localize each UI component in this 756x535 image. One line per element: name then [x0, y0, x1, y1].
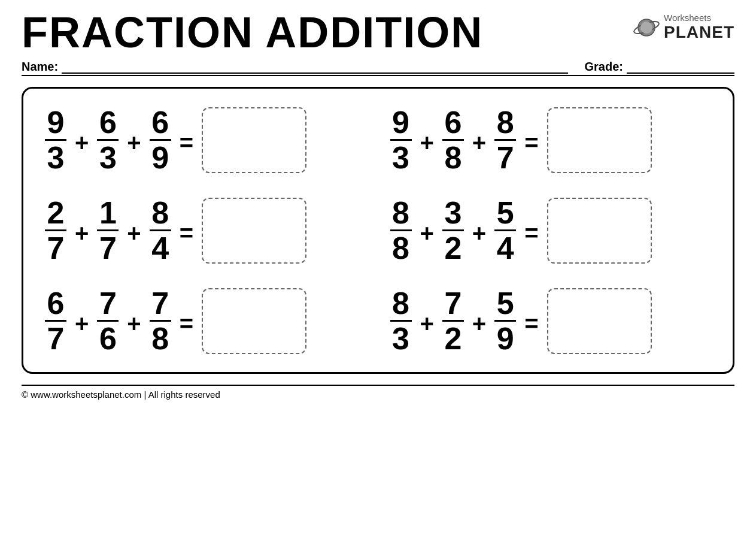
name-line: [62, 61, 567, 74]
page: FRACTION ADDITION Worksheets PLANET Name…: [0, 0, 756, 535]
fraction-r2-3: 5 4: [494, 197, 516, 264]
fraction-r3-1: 8 3: [390, 288, 412, 354]
answer-box-3-left[interactable]: [202, 288, 306, 354]
planet-icon: [633, 14, 660, 41]
logo-text: Worksheets PLANET: [664, 13, 734, 41]
logo-container: Worksheets PLANET: [633, 13, 734, 41]
fraction-2-2: 1 7: [97, 197, 119, 264]
logo-area: Worksheets PLANET: [633, 13, 734, 41]
answer-box-1-left[interactable]: [202, 107, 306, 173]
grade-label: Grade:: [585, 60, 623, 74]
fraction-r3-3: 5 9: [494, 288, 516, 354]
footer-text: © www.worksheetsplanet.com | All rights …: [22, 389, 220, 400]
answer-box-3-right[interactable]: [547, 288, 652, 354]
fraction-3-2: 7 6: [97, 288, 119, 354]
header: FRACTION ADDITION Worksheets PLANET: [22, 11, 734, 54]
answer-box-2-left[interactable]: [202, 198, 306, 264]
problem-3-left: 6 7 + 7 6 + 7 8 =: [45, 288, 366, 354]
fraction-2-1: 2 7: [45, 197, 66, 264]
name-label: Name:: [22, 60, 58, 74]
plus-op: +: [125, 129, 143, 156]
plus-op: +: [418, 310, 436, 337]
page-title: FRACTION ADDITION: [22, 11, 483, 54]
footer: © www.worksheetsplanet.com | All rights …: [22, 385, 734, 400]
equals-op: =: [522, 310, 541, 337]
fraction-3-1: 6 7: [45, 288, 66, 354]
plus-op: +: [72, 220, 91, 247]
equals-op: =: [522, 220, 541, 247]
fraction-r2-2: 3 2: [442, 197, 464, 264]
equals-op: =: [177, 220, 196, 247]
plus-op: +: [125, 220, 143, 247]
name-grade-row: Name: Grade:: [22, 60, 734, 76]
plus-op: +: [418, 129, 436, 156]
plus-op: +: [125, 310, 143, 337]
equals-op: =: [177, 310, 196, 337]
logo-planet-label: PLANET: [664, 23, 734, 42]
worksheet-box: 9 3 + 6 3 + 6 9 =: [22, 87, 734, 374]
problems-row-1: 9 3 + 6 3 + 6 9 =: [45, 107, 711, 173]
problem-1-left: 9 3 + 6 3 + 6 9 =: [45, 107, 366, 173]
grade-line: [627, 61, 734, 74]
fraction-1-1: 9 3: [45, 107, 66, 173]
fraction-r1-3: 8 7: [494, 107, 516, 173]
fraction-1-3: 6 9: [150, 107, 171, 173]
problem-1-right: 9 3 + 6 8 + 8 7 =: [390, 107, 712, 173]
plus-op: +: [470, 129, 488, 156]
equals-op: =: [522, 129, 541, 156]
problem-2-right: 8 8 + 3 2 + 5 4 =: [390, 197, 712, 264]
problems-row-3: 6 7 + 7 6 + 7 8 =: [45, 288, 711, 354]
plus-op: +: [470, 310, 488, 337]
fraction-r2-1: 8 8: [390, 197, 412, 264]
equals-op: =: [177, 129, 196, 156]
logo-worksheets-label: Worksheets: [664, 13, 734, 23]
answer-box-1-right[interactable]: [547, 107, 652, 173]
problems-row-2: 2 7 + 1 7 + 8 4 =: [45, 197, 711, 264]
plus-op: +: [72, 129, 91, 156]
answer-box-2-right[interactable]: [547, 198, 652, 264]
fraction-r3-2: 7 2: [442, 288, 464, 354]
fraction-3-3: 7 8: [150, 288, 171, 354]
fraction-1-2: 6 3: [97, 107, 119, 173]
plus-op: +: [470, 220, 488, 247]
svg-point-2: [640, 22, 652, 34]
plus-op: +: [72, 310, 91, 337]
plus-op: +: [418, 220, 436, 247]
fraction-2-3: 8 4: [150, 197, 171, 264]
fraction-r1-2: 6 8: [442, 107, 464, 173]
fraction-r1-1: 9 3: [390, 107, 412, 173]
problem-3-right: 8 3 + 7 2 + 5 9 =: [390, 288, 712, 354]
problem-2-left: 2 7 + 1 7 + 8 4 =: [45, 197, 366, 264]
